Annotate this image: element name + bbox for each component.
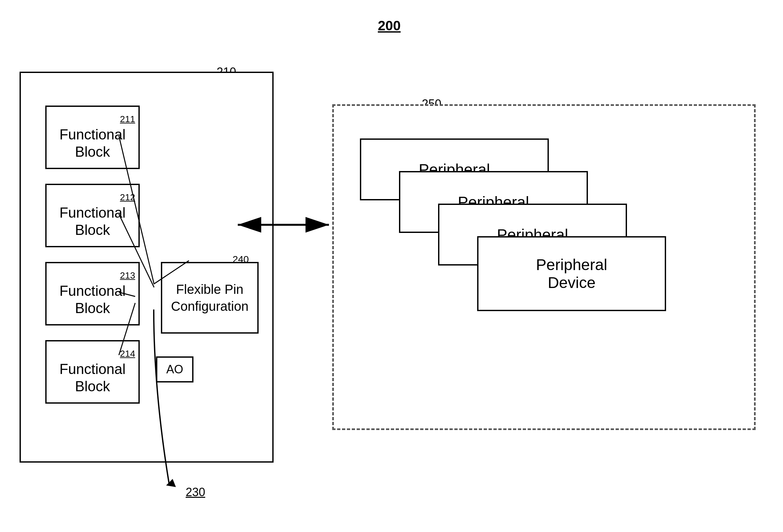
- box-240: Flexible PinConfiguration: [161, 262, 259, 334]
- block-213: 213 Functional Block: [45, 262, 140, 325]
- peripheral-group: Peripheral Peripheral Peripheral Periphe…: [360, 138, 718, 399]
- box-210: 211 Functional Block 212 Functional Bloc…: [20, 72, 274, 463]
- block-212-id: 212: [120, 192, 138, 202]
- block-214-id: 214: [120, 349, 138, 359]
- box-250: Peripheral Peripheral Peripheral Periphe…: [332, 104, 756, 430]
- block-212: 212 Functional Block: [45, 184, 140, 247]
- diagram-container: 200 210 211 Functional Block 212 Functio…: [0, 0, 783, 532]
- label-230: 230: [186, 486, 205, 499]
- block-211: 211 Functional Block: [45, 105, 140, 169]
- ao-box: AO: [156, 356, 193, 382]
- block-213-id: 213: [120, 271, 138, 281]
- block-214: 214 Functional Block: [45, 340, 140, 404]
- block-214-text: Functional Block: [46, 361, 138, 395]
- flexible-pin-text: Flexible PinConfiguration: [171, 281, 249, 315]
- block-211-id: 211: [120, 114, 138, 124]
- svg-marker-8: [166, 479, 176, 487]
- block-211-text: Functional Block: [46, 126, 138, 161]
- peripheral-device-text1: Peripheral: [536, 256, 607, 274]
- peripheral-device: Peripheral Device: [477, 236, 666, 311]
- peripheral-device-text2: Device: [548, 274, 596, 291]
- diagram-title: 200: [378, 18, 401, 34]
- block-213-text: Functional Block: [46, 282, 138, 317]
- block-212-text: Functional Block: [46, 204, 138, 239]
